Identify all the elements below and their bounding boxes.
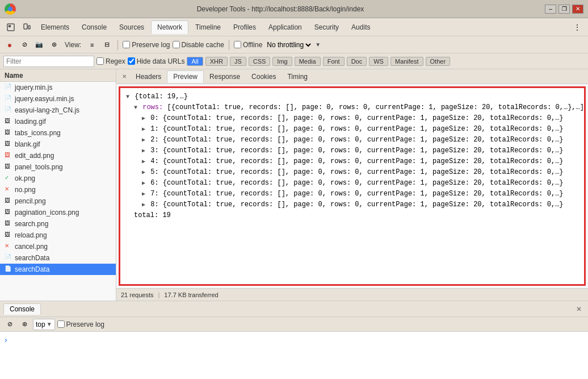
tab-profiles[interactable]: Profiles [228,21,262,34]
tab-application[interactable]: Application [263,21,308,34]
expand-item3-arrow[interactable]: ▶ [142,148,145,154]
sub-tab-response[interactable]: Response [204,71,246,82]
list-item[interactable]: ✓ok.png [0,173,116,184]
filter-tag-xhr[interactable]: XHR [205,57,228,66]
preserve-log-checkbox[interactable] [123,41,130,48]
inspect-icon[interactable] [3,20,18,35]
list-item[interactable]: 📄searchData [0,252,116,264]
disable-cache-checkbox[interactable] [173,41,180,48]
json-item-5: ▶ 5: {countTotal: true, records: [], pag… [126,167,578,178]
minimize-button[interactable]: – [545,5,556,14]
context-arrow-icon[interactable]: ▼ [47,321,52,327]
console-filter-icon[interactable]: ⊛ [18,318,31,331]
tab-timeline[interactable]: Timeline [190,21,226,34]
filter-tag-manifest[interactable]: Manifest [390,57,423,66]
list-item[interactable]: 🖼pagination_icons.png [0,207,116,218]
filter-button[interactable]: ⊛ [48,39,60,51]
tab-network[interactable]: Network [151,20,188,34]
filter-tag-ws[interactable]: WS [369,57,388,66]
console-preserve-log-checkbox[interactable] [57,320,65,328]
list-item[interactable]: 📄easyui-lang-zh_CN.js [0,105,116,116]
context-selector[interactable]: top ▼ [33,319,55,330]
expand-item8-arrow[interactable]: ▶ [142,202,145,208]
file-type-icon: 🖼 [5,231,12,239]
sub-tab-cookies[interactable]: Cookies [246,71,282,82]
json-root-line: ▼ {total: 19,…} [126,91,578,102]
tab-elements[interactable]: Elements [35,21,75,34]
list-item[interactable]: 🖼search.png [0,218,116,230]
tab-security[interactable]: Security [309,21,345,34]
hide-data-urls-label[interactable]: Hide data URLs [128,57,185,65]
filter-tag-doc[interactable]: Doc [347,57,367,66]
file-type-icon: 🖼 [5,209,12,216]
sub-tab-preview[interactable]: Preview [167,70,204,83]
sub-tab-close-icon[interactable]: ✕ [119,73,130,80]
expand-item1-arrow[interactable]: ▶ [142,126,145,132]
transferred-size: 17.7 KB transferred [164,291,218,298]
offline-checkbox[interactable] [234,41,241,48]
file-type-icon: 📄 [5,106,12,114]
list-item[interactable]: 🖼loading.gif [0,116,116,127]
filter-tag-css[interactable]: CSS [249,57,271,66]
list-item[interactable]: 🖼tabs_icons.png [0,127,116,139]
disable-cache-label[interactable]: Disable cache [173,41,224,49]
expand-rows-arrow[interactable]: ▼ [134,105,137,111]
device-icon[interactable] [19,20,34,35]
clear-button[interactable]: ⊘ [18,39,31,51]
view-list-icon[interactable]: ≡ [86,39,98,51]
list-item[interactable]: 🖼pencil.png [0,195,116,207]
hide-data-urls-checkbox[interactable] [128,57,135,65]
filter-tag-media[interactable]: Media [295,57,321,66]
console-close-button[interactable]: ✕ [573,303,585,315]
list-item[interactable]: ✕no.png [0,184,116,195]
list-item[interactable]: 🖼reload.png [0,230,116,241]
expand-root-arrow[interactable]: ▼ [126,94,129,100]
expand-item4-arrow[interactable]: ▶ [142,159,145,165]
console-prompt: › [5,335,583,344]
file-list-body[interactable]: 📄jquery.min.js 📄jquery.easyui.min.js 📄ea… [0,82,116,301]
tab-sources[interactable]: Sources [114,21,150,34]
record-button[interactable]: ● [3,39,16,51]
list-item[interactable]: 🖼edit_add.png [0,150,116,161]
list-item[interactable]: 🖼panel_tools.png [0,161,116,173]
filter-tag-js[interactable]: JS [230,57,246,66]
toolbar-separator2 [229,40,229,50]
throttle-select[interactable]: No throttling [264,40,313,49]
filter-tag-font[interactable]: Font [323,57,345,66]
filter-tag-all[interactable]: All [187,57,203,66]
filter-tag-img[interactable]: Img [272,57,292,66]
filter-tag-other[interactable]: Other [426,57,451,66]
toolbar-separator [117,40,118,50]
view-detail-icon[interactable]: ⊟ [100,39,113,51]
console-clear-icon[interactable]: ⊘ [3,318,16,331]
file-type-icon: 🖼 [5,140,12,148]
console-preserve-log-label[interactable]: Preserve log [57,320,104,328]
sub-tab-headers[interactable]: Headers [130,71,167,82]
list-item-selected[interactable]: 📄searchData [0,264,116,275]
list-item[interactable]: 📄jquery.easyui.min.js [0,93,116,105]
console-tab[interactable]: Console [3,303,41,315]
sub-tab-timing[interactable]: Timing [282,71,313,82]
list-item[interactable]: 📄jquery.min.js [0,82,116,93]
expand-item7-arrow[interactable]: ▶ [142,191,145,197]
list-item[interactable]: ✕cancel.png [0,241,116,252]
filter-input[interactable] [3,56,94,67]
more-tools-icon[interactable]: ⋮ [570,20,585,35]
maximize-button[interactable]: ❐ [558,5,570,14]
expand-item5-arrow[interactable]: ▶ [142,169,145,176]
regex-label[interactable]: Regex [96,57,125,65]
json-item-7: ▶ 7: {countTotal: true, records: [], pag… [126,189,578,199]
list-item[interactable]: 🖼blank.gif [0,139,116,150]
expand-item0-arrow[interactable]: ▶ [142,115,145,122]
expand-item6-arrow[interactable]: ▶ [142,180,145,186]
tab-audits[interactable]: Audits [346,21,376,34]
expand-item2-arrow[interactable]: ▶ [142,137,145,143]
file-type-icon: 🖼 [5,129,12,137]
json-rows-value: [{countTotal: true, records: [], page: 0… [167,103,584,111]
close-button[interactable]: ✕ [572,5,583,14]
camera-button[interactable]: 📷 [33,39,45,51]
tab-console[interactable]: Console [76,21,112,34]
regex-checkbox[interactable] [96,57,104,65]
preserve-log-label[interactable]: Preserve log [123,41,170,49]
offline-label[interactable]: Offline [234,41,262,49]
